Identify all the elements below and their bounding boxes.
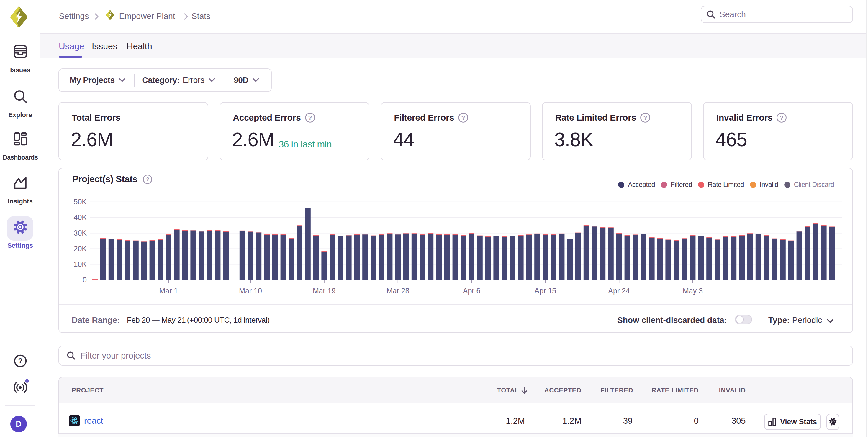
svg-text:20K: 20K [74, 244, 87, 253]
svg-text:30K: 30K [74, 229, 87, 237]
svg-text:?: ? [18, 357, 23, 365]
svg-text:May 3: May 3 [683, 287, 703, 295]
svg-text:Apr 24: Apr 24 [608, 287, 630, 295]
svg-text:?: ? [644, 114, 647, 121]
svg-text:Apr 15: Apr 15 [535, 287, 556, 295]
svg-text:Mar 1: Mar 1 [159, 287, 178, 295]
svg-text:?: ? [780, 114, 784, 121]
svg-text:Mar 10: Mar 10 [239, 287, 262, 295]
svg-text:50K: 50K [74, 198, 87, 206]
svg-text:Mar 28: Mar 28 [386, 287, 409, 295]
svg-text:?: ? [308, 114, 312, 121]
svg-text:0: 0 [83, 275, 87, 284]
svg-text:Mar 19: Mar 19 [313, 287, 336, 295]
svg-text:40K: 40K [74, 213, 87, 222]
svg-text:10K: 10K [74, 260, 87, 268]
svg-text:Apr 6: Apr 6 [463, 287, 480, 295]
svg-text:?: ? [461, 114, 465, 121]
